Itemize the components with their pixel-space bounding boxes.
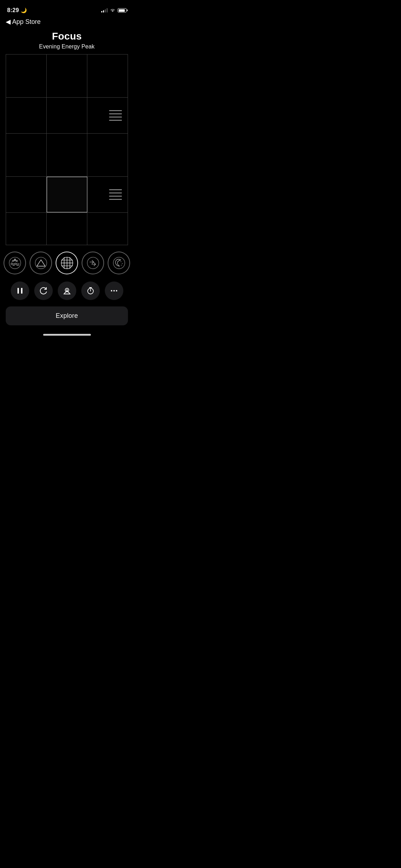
cell-lines [109, 110, 122, 121]
svg-rect-19 [21, 288, 22, 294]
svg-point-25 [111, 290, 112, 291]
battery-icon [118, 8, 127, 12]
svg-point-4 [35, 257, 46, 269]
grid-globe-button[interactable] [56, 252, 78, 274]
status-icons [101, 8, 127, 12]
back-arrow-icon: ◀ [6, 18, 11, 26]
grid-cell [87, 134, 128, 176]
explore-button[interactable]: Explore [6, 306, 128, 325]
grid-cell [47, 98, 87, 133]
grid-cell [47, 213, 87, 245]
grid-globe-icon [61, 257, 73, 269]
cell-line [109, 120, 122, 121]
grid-cell [87, 98, 128, 133]
svg-point-14 [120, 261, 121, 262]
back-navigation[interactable]: ◀ App Store [0, 16, 134, 28]
timer-button[interactable] [81, 281, 100, 300]
back-label: App Store [12, 18, 41, 26]
cell-line [109, 110, 122, 111]
wifi-icon [110, 8, 115, 12]
grid-row [6, 177, 128, 213]
airplay-icon [63, 286, 71, 295]
arrows-right-icon [87, 257, 99, 269]
action-buttons [0, 279, 134, 304]
svg-point-26 [113, 290, 115, 291]
moon-dots-icon [113, 257, 125, 269]
pause-icon [16, 286, 24, 295]
cell-line [109, 193, 122, 193]
grid-row [6, 213, 128, 245]
cell-line [109, 196, 122, 197]
svg-point-2 [12, 260, 14, 261]
moon-dots-button[interactable] [108, 252, 130, 274]
water-waves-icon [9, 257, 21, 269]
grid-cell [47, 134, 87, 176]
cell-line [109, 117, 122, 118]
svg-point-1 [14, 259, 16, 261]
svg-rect-18 [17, 288, 19, 294]
svg-point-3 [16, 260, 17, 261]
status-time: 8:29 [7, 7, 19, 14]
bottom-nav [0, 245, 134, 279]
home-bar [43, 334, 91, 336]
grid-cell [6, 98, 47, 133]
grid-cell [87, 177, 128, 212]
page-subtitle: Evening Energy Peak [0, 43, 134, 50]
timer-icon [86, 286, 95, 295]
grid-row [6, 134, 128, 177]
signal-icon [101, 8, 108, 12]
svg-point-17 [119, 260, 120, 261]
svg-point-15 [122, 263, 122, 264]
grid-row [6, 98, 128, 134]
more-icon [110, 286, 118, 295]
svg-point-16 [121, 265, 122, 265]
cell-lines [109, 190, 122, 200]
grid-cell [87, 213, 128, 245]
pause-button[interactable] [11, 281, 29, 300]
arrows-right-button[interactable] [82, 252, 104, 274]
refresh-button[interactable] [34, 281, 53, 300]
cell-line [109, 190, 122, 190]
grid-cell [6, 134, 47, 176]
landscape-icon [35, 257, 47, 269]
moon-icon: 🌙 [21, 7, 27, 13]
grid-cell [47, 55, 87, 97]
svg-point-13 [113, 257, 124, 269]
water-waves-button[interactable] [4, 252, 26, 274]
grid-visualization [6, 54, 128, 245]
grid-cell [6, 177, 47, 212]
svg-point-27 [116, 290, 117, 291]
refresh-icon [39, 286, 48, 295]
cell-line [109, 114, 122, 114]
grid-row [6, 55, 128, 98]
home-indicator [0, 331, 134, 338]
grid-cell [87, 55, 128, 97]
grid-cell [6, 55, 47, 97]
airplay-button[interactable] [58, 281, 76, 300]
landscape-button[interactable] [30, 252, 52, 274]
grid-cell [6, 213, 47, 245]
status-bar: 8:29 🌙 [0, 0, 134, 16]
page-title: Focus [0, 31, 134, 42]
more-button[interactable] [105, 281, 123, 300]
cell-line [109, 199, 122, 200]
grid-cell-highlighted [47, 177, 88, 212]
explore-btn-container: Explore [0, 304, 134, 331]
